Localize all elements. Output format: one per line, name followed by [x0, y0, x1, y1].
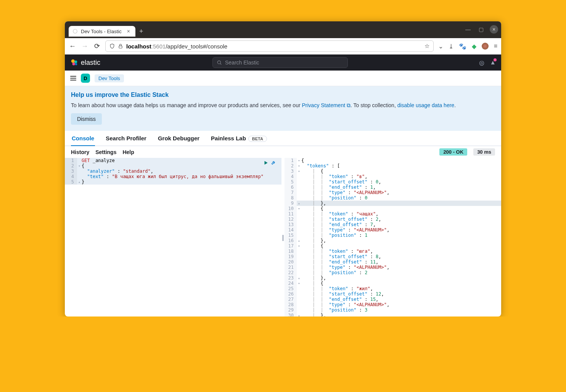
tab-strip: Dev Tools - Elastic × + — ▢ ×	[65, 21, 501, 38]
beta-badge: BETA	[248, 136, 267, 142]
banner-title: Help us improve the Elastic Stack	[71, 92, 495, 98]
banner-text: To learn about how usage data helps us m…	[71, 102, 495, 109]
menu-icon[interactable]: ≡	[494, 43, 497, 50]
code-line[interactable]: 14 | | "type" : "<ALPHANUM>",	[285, 227, 501, 233]
code-line[interactable]: 7 | | "type" : "<ALPHANUM>",	[285, 190, 501, 195]
code-line[interactable]: 12 | | "start_offset" : 2,	[285, 217, 501, 222]
code-line[interactable]: 13 | | "end_offset" : 7,	[285, 222, 501, 227]
news-icon[interactable]: ▲	[490, 59, 496, 66]
run-icon[interactable]	[263, 160, 269, 165]
browser-toolbar: ← → ⟳ localhost:5601/app/dev_tools#/cons…	[65, 38, 501, 55]
code-line[interactable]: 22 | | "position" : 2	[285, 270, 501, 275]
new-tab-button[interactable]: +	[139, 27, 143, 35]
help-icon[interactable]: ◎	[479, 59, 484, 66]
svg-point-4	[72, 63, 75, 65]
help-link[interactable]: Help	[122, 149, 134, 155]
browser-window: Dev Tools - Elastic × + — ▢ × ← → ⟳ loca…	[65, 21, 501, 316]
code-line[interactable]: 5▴}	[65, 179, 281, 185]
svg-point-5	[75, 63, 77, 66]
code-line[interactable]: 3▾ | {	[285, 169, 501, 174]
code-line[interactable]: 16▴ | },	[285, 238, 501, 243]
extension2-icon[interactable]: ◆	[472, 43, 476, 50]
code-line[interactable]: 9▴ | },	[285, 201, 501, 206]
lock-icon	[118, 43, 123, 49]
dismiss-button[interactable]: Dismiss	[71, 113, 102, 125]
code-line[interactable]: 6 | | "end_offset" : 1,	[285, 185, 501, 190]
code-line[interactable]: 1▾{	[285, 158, 501, 163]
tab-search-profiler[interactable]: Search Profiler	[105, 131, 147, 146]
code-line[interactable]: 4 "text" : "В чащах юга жил был цитрус, …	[65, 174, 281, 179]
code-line[interactable]: 5 | | "start_offset" : 0,	[285, 179, 501, 185]
code-line[interactable]: 4 | | "token" : "в",	[285, 174, 501, 179]
window-maximize-icon[interactable]: ▢	[477, 25, 485, 34]
tab-close-icon[interactable]: ×	[127, 28, 130, 34]
request-editor[interactable]: 1GET _analyze2▾{3 "analyzer" : "standard…	[65, 158, 281, 316]
editor-area: 1GET _analyze2▾{3 "analyzer" : "standard…	[65, 158, 501, 316]
svg-point-0	[73, 29, 77, 34]
search-placeholder: Search Elastic	[225, 59, 259, 66]
code-line[interactable]: 1GET _analyze	[65, 158, 281, 163]
profile-icon[interactable]	[482, 43, 489, 50]
elastic-brand: elastic	[81, 59, 100, 67]
code-line[interactable]: 21 | | "type" : "<ALPHANUM>",	[285, 265, 501, 270]
code-line[interactable]: 2▾ "tokens" : [	[285, 163, 501, 169]
elastic-header: elastic Search Elastic ◎ ▲	[65, 55, 501, 71]
bookmark-icon[interactable]: ☆	[424, 43, 429, 50]
tab-grok-debugger[interactable]: Grok Debugger	[157, 131, 200, 146]
privacy-link[interactable]: Privacy Statement ⧉	[302, 102, 351, 108]
settings-link[interactable]: Settings	[95, 149, 116, 155]
pocket-icon[interactable]: ⌄	[438, 43, 443, 50]
external-icon: ⧉	[347, 102, 351, 108]
browser-tab[interactable]: Dev Tools - Elastic ×	[69, 26, 135, 37]
forward-button[interactable]: →	[81, 42, 88, 50]
space-badge[interactable]: D	[81, 74, 90, 83]
code-line[interactable]: 3 "analyzer" : "standard",	[65, 169, 281, 174]
response-time: 30 ms	[473, 148, 495, 156]
code-line[interactable]: 29 | | "position" : 3	[285, 307, 501, 313]
header-search[interactable]: Search Elastic	[212, 57, 348, 68]
wrench-icon[interactable]	[271, 160, 276, 165]
telemetry-banner: Help us improve the Elastic Stack To lea…	[65, 86, 501, 131]
back-button[interactable]: ←	[69, 42, 76, 50]
svg-point-2	[71, 59, 75, 63]
reload-button[interactable]: ⟳	[93, 42, 101, 50]
code-line[interactable]: 24▾ | {	[285, 281, 501, 286]
code-line[interactable]: 8 | | "position" : 0	[285, 195, 501, 201]
code-line[interactable]: 20 | | "end_offset" : 11,	[285, 259, 501, 265]
elastic-logo[interactable]: elastic	[70, 58, 100, 67]
response-viewer[interactable]: 1▾{2▾ "tokens" : [3▾ | {4 | | "token" : …	[285, 158, 501, 316]
devtools-tabs: ConsoleSearch ProfilerGrok DebuggerPainl…	[65, 131, 501, 146]
elastic-logo-icon	[70, 58, 79, 67]
code-line[interactable]: 17▾ | {	[285, 243, 501, 249]
svg-point-3	[74, 61, 77, 63]
code-line[interactable]: 11 | | "token" : "чащах",	[285, 211, 501, 217]
code-line[interactable]: 10▾ | {	[285, 206, 501, 211]
url-host: localhost	[126, 43, 151, 50]
url-port: :5601	[151, 43, 166, 50]
code-line[interactable]: 26 | | "start_offset" : 12,	[285, 291, 501, 297]
extension1-icon[interactable]: 🐾	[459, 43, 466, 50]
url-bar[interactable]: localhost:5601/app/dev_tools#/console ☆	[105, 40, 434, 52]
breadcrumb[interactable]: Dev Tools	[95, 74, 124, 82]
code-line[interactable]: 27 | | "end_offset" : 15,	[285, 297, 501, 302]
downloads-icon[interactable]: ⤓	[449, 43, 453, 50]
window-minimize-icon[interactable]: —	[464, 25, 472, 34]
code-line[interactable]: 19 | | "start_offset" : 8,	[285, 254, 501, 259]
shield-icon	[109, 43, 115, 49]
response-status: 200 - OK	[439, 148, 467, 156]
code-line[interactable]: 28 | | "type" : "<ALPHANUM>",	[285, 302, 501, 307]
window-close-icon[interactable]: ×	[490, 25, 498, 34]
code-line[interactable]: 30▴ | },	[285, 313, 501, 316]
disable-telemetry-link[interactable]: disable usage data here	[397, 102, 454, 108]
nav-toggle-icon[interactable]	[70, 76, 76, 80]
code-line[interactable]: 15 | | "position" : 1	[285, 233, 501, 238]
history-link[interactable]: History	[71, 149, 89, 155]
code-line[interactable]: 2▾{	[65, 163, 281, 169]
window-controls: — ▢ ×	[464, 25, 498, 34]
pane-divider[interactable]: ‖	[281, 158, 285, 316]
tab-console[interactable]: Console	[71, 131, 95, 146]
code-line[interactable]: 18 | | "token" : "юга",	[285, 249, 501, 254]
code-line[interactable]: 23▴ | },	[285, 275, 501, 281]
code-line[interactable]: 25 | | "token" : "жил",	[285, 286, 501, 291]
tab-painless-lab[interactable]: Painless LabBETA	[210, 131, 268, 146]
